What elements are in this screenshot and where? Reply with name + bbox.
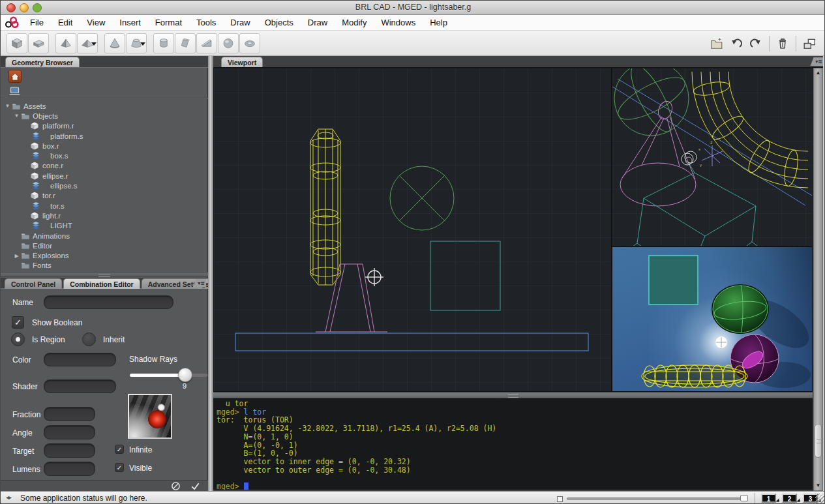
undo-icon: [730, 38, 742, 50]
tree-item-ellipse.r[interactable]: ellipse.r: [1, 171, 205, 181]
primitive-cylinder-button[interactable]: [153, 33, 174, 53]
panel-splitter-handle[interactable]: [1, 272, 208, 277]
menu-help-11[interactable]: Help: [423, 15, 455, 30]
tree-item-box.r[interactable]: box.r: [1, 141, 205, 151]
viewport-main-canvas[interactable]: [213, 68, 612, 392]
primitive-pyramid-button[interactable]: [55, 33, 76, 53]
editor-bottom-bar: [1, 480, 208, 491]
delete-button[interactable]: [774, 35, 791, 52]
status-square-button[interactable]: [740, 495, 748, 501]
tree-item-ellipse.s[interactable]: ellipse.s: [1, 181, 205, 190]
shaded-sphere-green: [712, 285, 768, 333]
tree-item-platform.r[interactable]: platform.r: [1, 121, 205, 131]
tab-combination-editor[interactable]: Combination Editor: [63, 278, 140, 289]
name-input[interactable]: [44, 295, 173, 309]
primitive-cube-button[interactable]: [7, 33, 27, 53]
tab-viewport[interactable]: Viewport: [221, 57, 263, 67]
mged-console[interactable]: u tormged> l tortor: torus (TOR) V (4.91…: [213, 398, 813, 490]
tree-item-editor[interactable]: Editor: [1, 241, 205, 250]
shader-input[interactable]: [44, 379, 116, 393]
primitive-truncated-cone-button[interactable]: [126, 33, 147, 53]
shadow-rays-slider[interactable]: [129, 373, 208, 378]
shadow-rays-slider-knob[interactable]: [178, 368, 192, 382]
panel-divider: [1, 98, 208, 99]
console-line: A=(0, -0, 1): [217, 441, 813, 450]
visible-checkbox[interactable]: ✓: [115, 463, 124, 472]
tree-item-light.r[interactable]: light.r: [1, 211, 205, 220]
tree-item-label: Assets: [23, 102, 46, 110]
menu-tools-5[interactable]: Tools: [189, 15, 223, 30]
new-file-button[interactable]: [708, 35, 725, 52]
menu-view-2[interactable]: View: [80, 15, 112, 30]
windows-icon: [803, 38, 816, 50]
primitive-pyramid-arb-button[interactable]: [77, 33, 98, 53]
tree-item-platform.s[interactable]: platform.s: [1, 131, 205, 141]
primitive-cone-button[interactable]: [104, 33, 125, 53]
menu-file-0[interactable]: File: [23, 15, 51, 30]
sphere-icon: [222, 37, 235, 50]
tab-geometry-browser[interactable]: Geometry Browser: [5, 57, 80, 67]
viewport-shaded-canvas[interactable]: [612, 246, 813, 392]
menu-modify-9[interactable]: Modify: [335, 15, 374, 30]
angle-input[interactable]: [44, 425, 95, 439]
computer-icon[interactable]: [8, 87, 21, 98]
vertical-splitter-handle[interactable]: [208, 56, 213, 491]
viewport-scrollbar[interactable]: ▲ ▼: [813, 68, 823, 491]
redo-button[interactable]: [747, 35, 764, 52]
toolbar-separator: [796, 36, 796, 52]
primitive-box-button[interactable]: [28, 33, 49, 53]
status-slider[interactable]: [567, 497, 744, 500]
tree-item-animations[interactable]: Animations: [1, 231, 205, 241]
tree-item-light[interactable]: LIGHT: [1, 221, 205, 231]
status-checkbox[interactable]: [557, 496, 563, 502]
page-button-1[interactable]: 1: [761, 494, 776, 503]
viewport-perspective-canvas[interactable]: z x y: [612, 68, 813, 246]
page-button-2[interactable]: 2: [782, 494, 797, 503]
arrange-windows-button[interactable]: [801, 35, 818, 52]
wireframe-platform-blue: [235, 333, 588, 351]
tree-item-assets[interactable]: ▼Assets: [1, 101, 205, 111]
prism-icon: [179, 37, 192, 50]
scrollbar-thumb[interactable]: [815, 424, 822, 458]
lumens-input[interactable]: [44, 462, 95, 476]
menu-insert-3[interactable]: Insert: [112, 15, 148, 30]
primitive-prism-button[interactable]: [175, 33, 196, 53]
tree-item-fonts[interactable]: Fonts: [1, 261, 205, 271]
infinite-checkbox[interactable]: ✓: [115, 445, 124, 454]
viewport-overflow-menu[interactable]: ▾≣: [807, 57, 824, 66]
primitive-torus-button[interactable]: [239, 33, 260, 53]
menu-draw-6[interactable]: Draw: [223, 15, 257, 30]
show-boolean-checkbox[interactable]: ✓: [12, 316, 24, 329]
scroll-up-icon[interactable]: ▲: [815, 69, 822, 76]
primitive-wedge-button[interactable]: [196, 33, 217, 53]
inherit-radio[interactable]: [82, 333, 96, 346]
menu-windows-10[interactable]: Windows: [374, 15, 423, 30]
tab-control-panel[interactable]: Control Panel: [5, 278, 62, 289]
console-cursor: [244, 482, 248, 490]
resize-grip[interactable]: [815, 494, 824, 504]
tree-item-box.s[interactable]: box.s: [1, 151, 205, 160]
tree-item-objects[interactable]: ▼Objects: [1, 111, 205, 121]
primitive-sphere-button[interactable]: [218, 33, 239, 53]
tree-expander-icon[interactable]: ▼: [12, 113, 21, 119]
dropdown-caret-icon: [140, 42, 145, 46]
menu-objects-7[interactable]: Objects: [258, 15, 301, 30]
tree-item-cone.r[interactable]: cone.r: [1, 161, 205, 171]
scroll-down-icon[interactable]: ▼: [815, 482, 822, 489]
menu-edit-1[interactable]: Edit: [51, 15, 80, 30]
menu-draw-8[interactable]: Draw: [301, 15, 335, 30]
undo-button[interactable]: [728, 35, 745, 52]
tree-item-tor.r[interactable]: tor.r: [1, 191, 205, 201]
menu-format-4[interactable]: Format: [148, 15, 189, 30]
tree-expander-icon[interactable]: ▶: [12, 253, 21, 259]
target-input[interactable]: [44, 443, 95, 458]
tree-expander-icon[interactable]: ▼: [3, 103, 12, 109]
tree-item-tor.s[interactable]: tor.s: [1, 201, 205, 211]
horizontal-splitter-handle[interactable]: [213, 392, 813, 398]
is-region-radio[interactable]: [11, 333, 25, 346]
status-separator: [755, 493, 755, 503]
color-input[interactable]: [44, 353, 116, 366]
fraction-input[interactable]: [44, 407, 95, 421]
home-button[interactable]: [8, 70, 22, 83]
tree-item-explosions[interactable]: ▶Explosions: [1, 250, 205, 260]
